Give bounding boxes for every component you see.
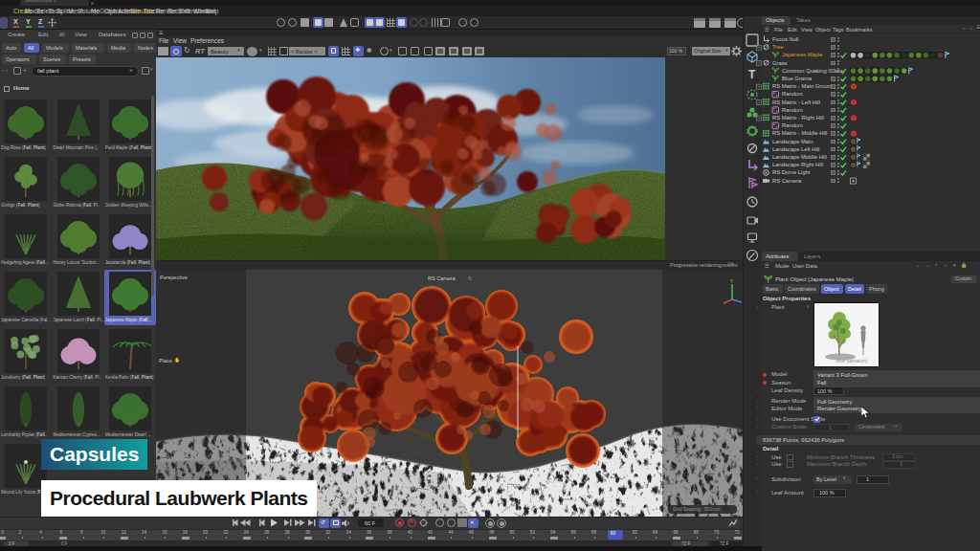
svg-text:(Acer palmatum): (Acer palmatum) [835,359,868,364]
